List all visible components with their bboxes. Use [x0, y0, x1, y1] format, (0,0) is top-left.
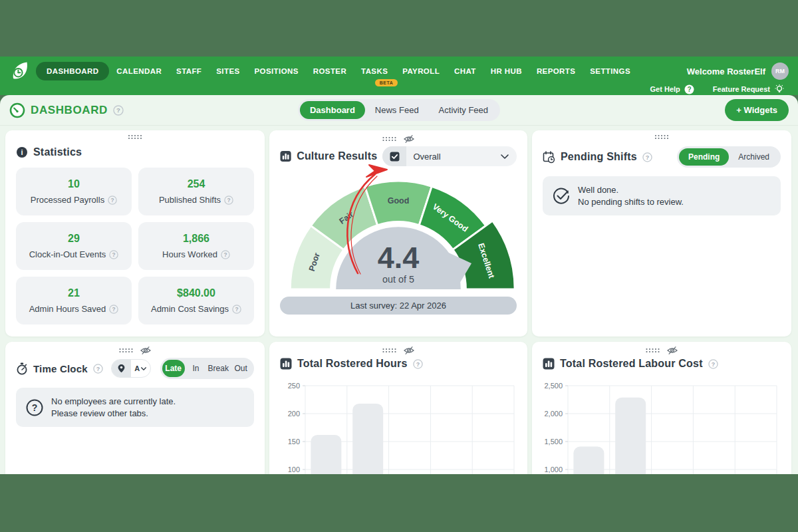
drag-handle-icon[interactable] [382, 136, 397, 142]
stat-value: 1,866 [183, 233, 209, 245]
feature-request-link[interactable]: Feature Request [713, 84, 785, 94]
nav-item-tasks-label: TASKS [361, 67, 388, 75]
svg-text:100: 100 [288, 466, 300, 473]
svg-text:1,500: 1,500 [544, 438, 563, 446]
bar-chart-square-icon [543, 358, 555, 370]
pending-archived-toggle: Pending Archived [677, 146, 781, 168]
stat-label: Admin Hours Saved [29, 304, 106, 314]
hide-widget-eye-slash-icon[interactable] [404, 346, 415, 355]
stat-tile-admin-cost-savings: $840.00 Admin Cost Savings ? [138, 277, 254, 325]
drag-handle-icon[interactable] [128, 134, 142, 140]
nav-item-chat[interactable]: CHAT [447, 62, 483, 80]
stat-help-icon[interactable]: ? [108, 196, 117, 205]
bar-chart-square-icon [280, 150, 291, 162]
svg-text:?: ? [711, 360, 714, 367]
nav-main-row: DASHBOARD CALENDAR STAFF SITES POSITIONS… [9, 57, 789, 83]
nav-secondary-row: Get Help ? Feature Request [9, 83, 789, 95]
question-circle-icon: ? [25, 398, 44, 417]
svg-text:150: 150 [288, 438, 300, 446]
toggle-pending[interactable]: Pending [679, 148, 729, 166]
stat-label: Processed Payrolls [31, 195, 104, 205]
add-widgets-button[interactable]: + Widgets [725, 99, 789, 121]
rostered-hours-title: Total Rostered Hours [297, 358, 408, 370]
dashboard-gauge-icon [9, 102, 25, 118]
tab-late[interactable]: Late [162, 360, 185, 377]
pending-shifts-help-icon[interactable]: ? [642, 152, 652, 162]
checkbox-checked-icon [390, 152, 400, 162]
sort-selector[interactable]: A [131, 364, 150, 372]
nav-item-tasks[interactable]: TASKS BETA [354, 62, 395, 80]
stat-value: 29 [68, 233, 80, 245]
rosterelf-logo-leaf-clock-icon[interactable] [9, 61, 31, 82]
location-sort-control[interactable]: A [111, 359, 151, 378]
tab-activity-feed[interactable]: Activity Feed [429, 101, 498, 119]
hide-widget-eye-slash-icon[interactable] [404, 134, 415, 144]
time-clock-message: ? No employees are currently late. Pleas… [16, 388, 254, 427]
nav-item-roster[interactable]: ROSTER [306, 62, 354, 80]
labour-cost-title: Total Rostered Labour Cost [560, 358, 703, 370]
toggle-archived[interactable]: Archived [729, 148, 779, 166]
stat-help-icon[interactable]: ? [109, 250, 118, 259]
svg-text:?: ? [416, 360, 419, 367]
nav-item-sites[interactable]: SITES [209, 62, 247, 80]
time-clock-help-icon[interactable]: ? [93, 364, 103, 374]
culture-gauge-chart: PoorFairGoodVery GoodExcellent4.4out of … [280, 170, 517, 292]
drag-handle-icon[interactable] [646, 348, 660, 353]
dashboard-view-tabs: Dashboard News Feed Activity Feed [298, 99, 500, 121]
page-title: DASHBOARD [31, 104, 108, 117]
tab-out[interactable]: Out [229, 360, 252, 377]
pending-shifts-title: Pending Shifts [561, 151, 637, 163]
time-clock-tabs: Late In Break Out [160, 358, 254, 379]
stat-help-icon[interactable]: ? [221, 250, 230, 259]
nav-user-area: Welcome RosterElf RM [687, 63, 789, 80]
tab-news-feed[interactable]: News Feed [365, 101, 429, 119]
svg-text:?: ? [227, 196, 231, 203]
stat-help-icon[interactable]: ? [224, 196, 233, 205]
nav-item-dashboard[interactable]: DASHBOARD [36, 62, 109, 80]
tab-dashboard[interactable]: Dashboard [300, 101, 365, 119]
chevron-down-icon [501, 154, 509, 159]
stat-value: 10 [68, 178, 80, 190]
tab-in[interactable]: In [185, 360, 207, 377]
drag-handle-icon[interactable] [119, 348, 134, 353]
nav-item-staff[interactable]: STAFF [169, 62, 209, 80]
labour-cost-help-icon[interactable]: ? [708, 359, 718, 369]
calendar-clock-icon [543, 151, 555, 164]
hide-widget-eye-slash-icon[interactable] [667, 346, 678, 355]
svg-text:1,000: 1,000 [544, 466, 563, 473]
drag-handle-icon[interactable] [382, 348, 397, 353]
rostered-hours-help-icon[interactable]: ? [413, 359, 423, 369]
pending-shifts-message: Well done. No pending shifts to review. [543, 176, 781, 215]
time-clock-card: Time Clock ? A [5, 342, 265, 474]
svg-text:?: ? [116, 106, 120, 114]
check-circle-icon [552, 187, 571, 205]
last-survey-pill: Last survey: 22 Apr 2026 [280, 297, 517, 315]
stat-help-icon[interactable]: ? [232, 305, 241, 314]
help-question-icon: ? [684, 84, 694, 94]
user-avatar[interactable]: RM [771, 63, 789, 80]
message-line-2: No pending shifts to review. [578, 196, 684, 208]
culture-results-card: Culture Results Overall [269, 130, 527, 336]
labour-cost-chart: 2,5002,0001,5001,000 [543, 375, 779, 474]
hide-widget-eye-slash-icon[interactable] [140, 346, 152, 355]
culture-filter-dropdown[interactable]: Overall [382, 146, 517, 166]
app-window: DASHBOARD CALENDAR STAFF SITES POSITIONS… [0, 57, 798, 474]
message-line-1: Well done. [578, 184, 684, 196]
widgets-grid: i Statistics 10 Processed Payrolls ? 254… [0, 126, 798, 474]
svg-text:?: ? [235, 305, 238, 312]
svg-text:out of 5: out of 5 [382, 274, 414, 285]
welcome-text: Welcome RosterElf [687, 66, 765, 76]
nav-item-payroll[interactable]: PAYROLL [395, 62, 447, 80]
page-help-icon[interactable]: ? [113, 105, 124, 116]
page-subheader: DASHBOARD ? Dashboard News Feed Activity… [0, 95, 798, 126]
nav-item-positions[interactable]: POSITIONS [247, 62, 306, 80]
nav-item-hr-hub[interactable]: HR HUB [483, 62, 529, 80]
nav-item-settings[interactable]: SETTINGS [583, 62, 638, 80]
get-help-link[interactable]: Get Help ? [650, 84, 694, 94]
nav-item-calendar[interactable]: CALENDAR [109, 62, 169, 80]
nav-item-reports[interactable]: REPORTS [529, 62, 583, 80]
stat-help-icon[interactable]: ? [109, 305, 118, 314]
bar-chart-square-icon [280, 358, 292, 370]
drag-handle-icon[interactable] [654, 134, 669, 140]
tab-break[interactable]: Break [207, 360, 229, 377]
